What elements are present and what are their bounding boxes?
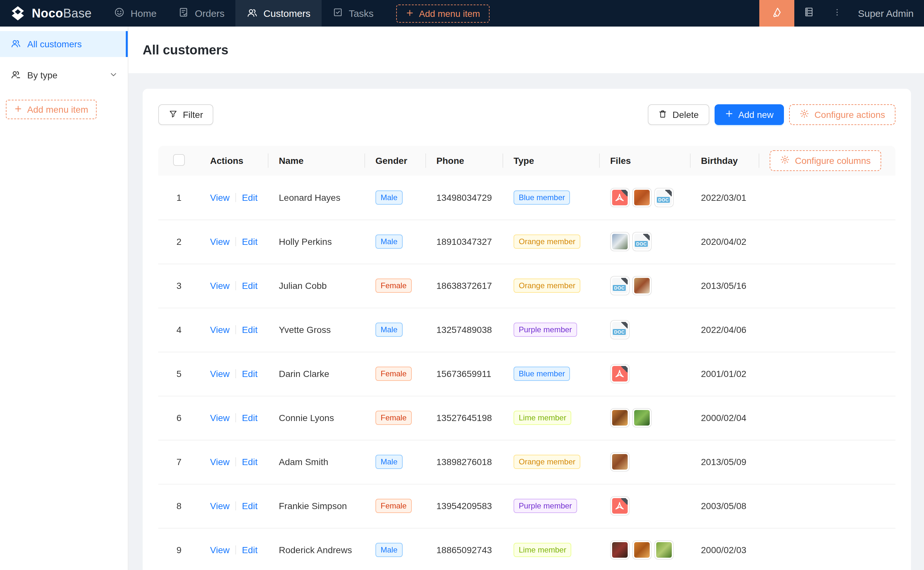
file-image-thumbnail[interactable] <box>610 452 630 472</box>
configure-columns-label: Configure columns <box>795 155 870 166</box>
select-all-checkbox[interactable] <box>173 154 185 165</box>
view-link[interactable]: View <box>210 325 229 335</box>
view-link[interactable]: View <box>210 280 229 291</box>
nav-item-customers[interactable]: Customers <box>236 0 321 26</box>
link-divider <box>235 193 236 202</box>
edit-link[interactable]: Edit <box>242 457 257 467</box>
view-link[interactable]: View <box>210 457 229 467</box>
files-cell <box>610 364 680 383</box>
files-cell <box>610 452 680 472</box>
customer-name: Frankie Simpson <box>268 484 365 528</box>
configure-actions-button[interactable]: Configure actions <box>789 104 895 125</box>
link-divider <box>235 237 236 246</box>
view-link[interactable]: View <box>210 545 229 555</box>
row-index: 7 <box>176 457 181 467</box>
plus-icon <box>406 8 414 18</box>
gender-tag: Male <box>375 234 403 249</box>
view-link[interactable]: View <box>210 412 229 423</box>
more-actions-button[interactable] <box>823 0 852 26</box>
nocobase-logo-icon <box>10 5 26 21</box>
nav-item-tasks[interactable]: Tasks <box>321 0 385 26</box>
navbar-right-group: Super Admin <box>759 0 924 26</box>
file-doc-thumbnail[interactable]: DOC <box>632 232 652 251</box>
customer-phone: 18638372617 <box>426 264 503 308</box>
file-image-thumbnail[interactable] <box>632 188 652 207</box>
file-image-thumbnail[interactable] <box>632 540 652 560</box>
file-image-thumbnail[interactable] <box>610 408 630 428</box>
configure-columns-button[interactable]: Configure columns <box>770 150 881 171</box>
file-doc-thumbnail[interactable]: DOC <box>610 320 630 339</box>
view-link[interactable]: View <box>210 369 229 379</box>
file-image-thumbnail[interactable] <box>632 408 652 428</box>
file-image-thumbnail[interactable] <box>654 540 674 560</box>
brand-text: NocoBase <box>32 6 92 20</box>
sidebar-item-by-type[interactable]: By type <box>0 62 128 88</box>
customer-phone: 13257489038 <box>426 308 503 352</box>
edit-link[interactable]: Edit <box>242 236 257 247</box>
file-image-thumbnail[interactable] <box>632 276 652 295</box>
customer-birthday: 2001/01/02 <box>690 352 759 396</box>
header-gender: Gender <box>365 146 426 176</box>
edit-link[interactable]: Edit <box>242 192 257 203</box>
edit-link[interactable]: Edit <box>242 280 257 291</box>
edit-link[interactable]: Edit <box>242 369 257 379</box>
file-pdf-thumbnail[interactable] <box>610 188 630 207</box>
type-tag: Lime member <box>514 543 572 557</box>
customer-birthday: 2022/04/06 <box>690 308 759 352</box>
ui-editor-button[interactable] <box>759 0 794 26</box>
view-link[interactable]: View <box>210 192 229 203</box>
file-pdf-thumbnail[interactable] <box>610 496 630 516</box>
edit-link[interactable]: Edit <box>242 412 257 423</box>
customer-name: Julian Cobb <box>268 264 365 308</box>
user-menu[interactable]: Super Admin <box>852 0 924 26</box>
nav-item-home[interactable]: Home <box>103 0 168 26</box>
edit-link[interactable]: Edit <box>242 545 257 555</box>
nav-item-label: Tasks <box>349 8 374 19</box>
type-tag: Lime member <box>514 411 572 425</box>
type-tag: Blue member <box>514 190 570 205</box>
customers-table: Actions Name Gender Phone Type Files Bir… <box>158 146 895 570</box>
delete-label: Delete <box>672 109 699 120</box>
smile-icon <box>114 7 125 20</box>
add-new-button[interactable]: Add new <box>714 104 784 125</box>
file-doc-thumbnail[interactable]: DOC <box>610 276 630 295</box>
row-index: 6 <box>176 412 181 423</box>
file-pdf-thumbnail[interactable] <box>610 364 630 383</box>
nav-add-menu-item-button[interactable]: Add menu item <box>396 4 490 22</box>
table-row: 5 ViewEdit Darin Clarke Female 156736599… <box>158 352 895 396</box>
header-select-all <box>158 146 200 176</box>
link-divider <box>235 457 236 466</box>
files-cell: DOC <box>610 276 680 295</box>
row-index: 9 <box>176 545 181 555</box>
delete-button[interactable]: Delete <box>648 104 709 125</box>
customer-phone: 13498034729 <box>426 176 503 219</box>
header-files: Files <box>600 146 690 176</box>
sidebar-add-menu-item-label: Add menu item <box>27 104 88 115</box>
nocobase-logo[interactable]: NocoBase <box>0 0 103 26</box>
filter-button[interactable]: Filter <box>158 104 213 125</box>
gender-tag: Female <box>375 366 412 381</box>
file-doc-thumbnail[interactable]: DOC <box>654 188 674 207</box>
customer-phone: 13527645198 <box>426 396 503 440</box>
view-link[interactable]: View <box>210 501 229 511</box>
gender-tag: Male <box>375 543 403 557</box>
add-new-label: Add new <box>738 109 773 120</box>
plugin-manager-button[interactable] <box>794 0 823 26</box>
nav-item-orders[interactable]: Orders <box>168 0 236 26</box>
file-image-thumbnail[interactable] <box>610 540 630 560</box>
row-index: 8 <box>176 501 181 511</box>
edit-link[interactable]: Edit <box>242 501 257 511</box>
toolbar-right-group: Delete Add new Configure actions <box>648 104 895 125</box>
sidebar-add-menu-item-button[interactable]: Add menu item <box>6 100 97 119</box>
edit-link[interactable]: Edit <box>242 325 257 335</box>
highlighter-icon <box>771 6 783 20</box>
type-tag: Orange member <box>514 279 581 293</box>
table-header-row: Actions Name Gender Phone Type Files Bir… <box>158 146 895 176</box>
shell: All customers By type Add menu item All … <box>0 26 924 570</box>
main-area: All customers Filter Delete <box>128 26 924 570</box>
table-row: 1 ViewEdit Leonard Hayes Male 1349803472… <box>158 176 895 219</box>
sidebar-item-all-customers[interactable]: All customers <box>0 31 128 57</box>
file-image-thumbnail[interactable] <box>610 232 630 251</box>
view-link[interactable]: View <box>210 236 229 247</box>
customer-phone: 18910347327 <box>426 219 503 264</box>
